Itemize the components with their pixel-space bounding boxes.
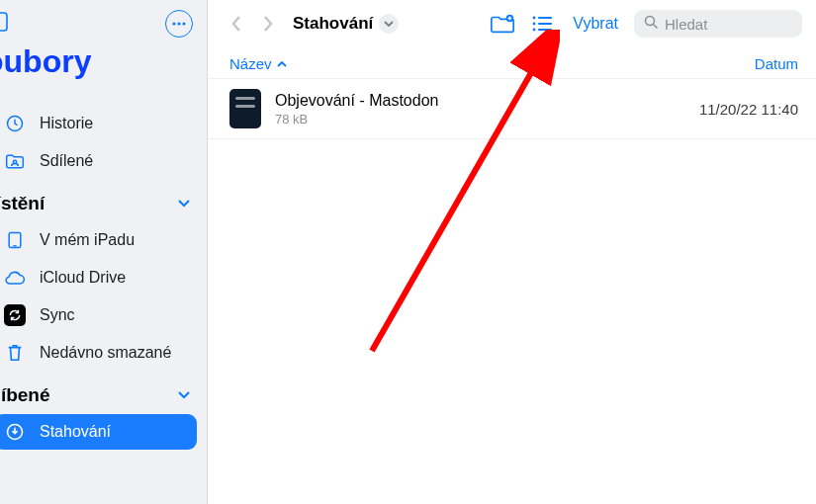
new-folder-button[interactable] bbox=[488, 11, 517, 37]
sync-app-icon bbox=[4, 304, 26, 326]
more-button[interactable] bbox=[165, 10, 193, 38]
sidebar-toggle-icon[interactable] bbox=[0, 12, 8, 36]
section-favorites-header[interactable]: dlíbené bbox=[0, 378, 207, 412]
svg-line-18 bbox=[654, 25, 658, 29]
sidebar-item-sync[interactable]: Sync bbox=[0, 297, 197, 333]
column-header-name[interactable]: Název bbox=[229, 55, 287, 72]
chevron-down-icon bbox=[177, 199, 191, 209]
search-input[interactable] bbox=[665, 16, 792, 33]
svg-rect-0 bbox=[0, 13, 7, 31]
select-button[interactable]: Vybrat bbox=[567, 15, 624, 33]
file-size: 78 kB bbox=[275, 112, 699, 126]
clock-icon bbox=[4, 113, 26, 134]
sidebar-item-label: iCloud Drive bbox=[40, 269, 187, 287]
section-title: dlíbené bbox=[0, 384, 50, 406]
sidebar-item-shared[interactable]: Sdílené bbox=[0, 143, 197, 179]
svg-point-15 bbox=[533, 29, 536, 32]
search-icon bbox=[644, 15, 659, 33]
sidebar-item-on-my-ipad[interactable]: V mém iPadu bbox=[0, 222, 197, 258]
sidebar-item-icloud-drive[interactable]: iCloud Drive bbox=[0, 260, 197, 295]
chevron-up-icon bbox=[277, 60, 287, 68]
sidebar-item-label: V mém iPadu bbox=[40, 231, 187, 249]
sidebar-item-label: Sdílené bbox=[40, 152, 187, 170]
sidebar-item-label: Nedávno smazané bbox=[40, 344, 187, 362]
sidebar-item-label: Historie bbox=[40, 115, 187, 132]
sidebar-item-label: Stahování bbox=[40, 423, 187, 441]
column-name-label: Název bbox=[229, 55, 272, 72]
svg-point-2 bbox=[172, 22, 175, 25]
chevron-down-icon bbox=[177, 390, 191, 400]
folder-title[interactable]: Stahování bbox=[293, 14, 399, 34]
svg-point-11 bbox=[533, 17, 536, 20]
svg-point-3 bbox=[177, 22, 180, 25]
back-button[interactable] bbox=[226, 11, 247, 37]
sidebar-item-recently-deleted[interactable]: Nedávno smazané bbox=[0, 335, 197, 371]
folder-shared-icon bbox=[4, 150, 26, 172]
list-view-button[interactable] bbox=[527, 11, 557, 37]
section-title: nístění bbox=[0, 193, 45, 214]
icloud-icon bbox=[4, 267, 26, 289]
svg-point-17 bbox=[646, 17, 655, 26]
forward-button[interactable] bbox=[257, 11, 279, 37]
sidebar: oubory Historie Sdílené nístění bbox=[0, 0, 208, 504]
file-thumbnail bbox=[229, 89, 261, 128]
file-name: Objevování - Mastodon bbox=[275, 91, 699, 111]
toolbar: Stahování Vybrat bbox=[208, 0, 816, 43]
folder-name-label: Stahování bbox=[293, 14, 373, 34]
app-title: oubory bbox=[0, 43, 207, 80]
sidebar-item-history[interactable]: Historie bbox=[0, 106, 197, 141]
file-row[interactable]: Objevování - Mastodon 78 kB 11/20/22 11:… bbox=[208, 78, 816, 139]
sidebar-item-downloads[interactable]: Stahování bbox=[0, 414, 197, 450]
trash-icon bbox=[4, 342, 26, 364]
svg-point-13 bbox=[533, 23, 536, 26]
search-field[interactable] bbox=[634, 10, 802, 38]
download-folder-icon bbox=[4, 421, 26, 443]
main-content: Stahování Vybrat bbox=[208, 0, 816, 504]
chevron-down-icon bbox=[379, 14, 399, 34]
column-header-date[interactable]: Datum bbox=[755, 55, 798, 72]
svg-point-4 bbox=[182, 22, 185, 25]
section-locations-header[interactable]: nístění bbox=[0, 187, 207, 220]
sidebar-item-label: Sync bbox=[40, 306, 187, 324]
ipad-icon bbox=[4, 229, 26, 251]
file-date: 11/20/22 11:40 bbox=[699, 101, 798, 118]
